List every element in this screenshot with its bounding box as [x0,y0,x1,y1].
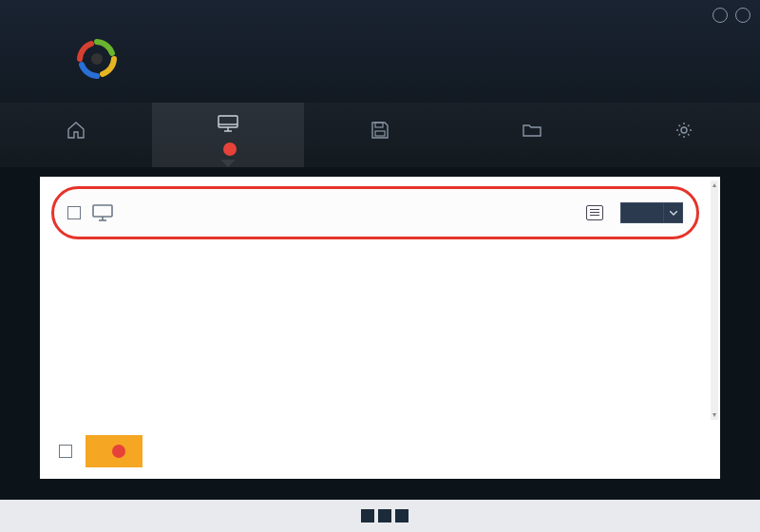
tab-settings[interactable] [608,103,760,167]
update-button-group [620,202,683,223]
details-icon[interactable] [586,205,603,220]
update-dropdown-toggle[interactable] [663,202,682,223]
driver-row-highlighted[interactable] [51,186,699,239]
minimize-button[interactable] [712,8,728,23]
scroll-up-icon[interactable]: ▴ [711,180,718,190]
display-device-icon [92,204,113,221]
svg-rect-6 [375,131,385,136]
tab-backup[interactable] [304,103,456,167]
facebook-icon[interactable] [361,509,374,522]
panel-footer [59,435,701,467]
svg-rect-1 [218,116,238,127]
app-logo-icon [76,38,118,80]
select-all-checkbox[interactable] [59,445,72,458]
row-checkbox[interactable] [67,206,81,219]
svg-rect-8 [93,205,112,217]
svg-point-7 [681,127,687,133]
driver-list [40,177,707,424]
brand-block [76,38,129,80]
svg-point-0 [91,53,103,65]
monitor-icon [218,115,238,137]
close-button[interactable] [735,8,750,23]
home-icon [66,122,86,143]
content-panel: ▴ ▾ [40,177,720,479]
svg-rect-5 [375,123,383,127]
tab-home[interactable] [0,103,152,167]
download-count-badge [112,445,125,458]
social-links [361,509,408,522]
tab-restore[interactable] [456,103,608,167]
scroll-down-icon[interactable]: ▾ [711,410,718,420]
download-install-button[interactable] [86,435,142,467]
folder-icon [522,123,542,142]
main-nav [0,103,760,167]
list-scrollbar[interactable]: ▴ ▾ [711,180,718,420]
tab-driver-updates[interactable] [152,103,304,167]
updates-count-badge [223,142,237,156]
gear-icon [675,122,693,143]
window-controls [699,8,750,23]
googleplus-icon[interactable] [395,509,408,522]
status-bar [0,500,760,532]
save-icon [371,122,389,143]
twitter-icon[interactable] [378,509,391,522]
